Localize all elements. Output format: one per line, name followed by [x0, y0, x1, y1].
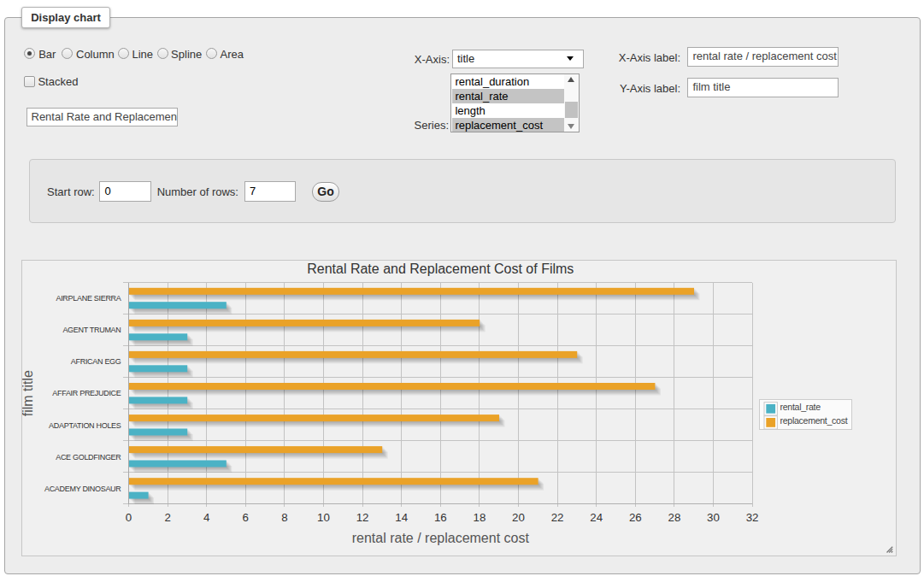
svg-text:22: 22 [550, 511, 563, 524]
svg-text:30: 30 [707, 511, 720, 524]
svg-text:20: 20 [512, 511, 525, 524]
svg-text:film title: film title [22, 370, 35, 416]
svg-text:2: 2 [164, 511, 170, 524]
svg-text:12: 12 [356, 511, 368, 524]
svg-text:16: 16 [433, 511, 446, 524]
svg-text:ACE GOLDFINGER: ACE GOLDFINGER [56, 453, 121, 461]
svg-text:6: 6 [242, 511, 248, 524]
svg-text:AFFAIR PREJUDICE: AFFAIR PREJUDICE [52, 390, 121, 398]
svg-text:8: 8 [281, 511, 287, 524]
svg-text:AFRICAN EGG: AFRICAN EGG [70, 358, 121, 367]
svg-text:24: 24 [590, 511, 603, 524]
svg-text:ACADEMY DINOSAUR: ACADEMY DINOSAUR [44, 485, 121, 493]
svg-text:10: 10 [317, 511, 330, 524]
svg-text:18: 18 [473, 511, 486, 524]
svg-text:AIRPLANE SIERRA: AIRPLANE SIERRA [56, 294, 121, 303]
svg-text:replacement_cost: replacement_cost [780, 415, 847, 426]
svg-text:14: 14 [395, 511, 408, 524]
svg-text:32: 32 [745, 511, 758, 524]
svg-text:Rental Rate and Replacement Co: Rental Rate and Replacement Cost of Film… [307, 262, 574, 276]
svg-text:AGENT TRUMAN: AGENT TRUMAN [62, 326, 121, 335]
svg-text:28: 28 [668, 511, 680, 524]
svg-text:rental rate / replacement cost: rental rate / replacement cost [351, 531, 529, 545]
svg-text:0: 0 [125, 511, 131, 524]
svg-text:26: 26 [628, 511, 641, 524]
svg-text:ADAPTATION HOLES: ADAPTATION HOLES [49, 421, 121, 430]
svg-text:4: 4 [203, 511, 209, 524]
svg-text:rental_rate: rental_rate [780, 402, 821, 412]
